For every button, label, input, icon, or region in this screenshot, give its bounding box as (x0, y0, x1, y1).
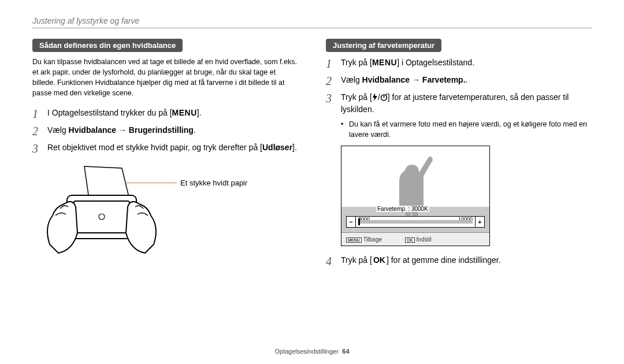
left-step-2: 2 Vælg Hvidbalance → Brugerindstilling. (32, 124, 298, 138)
set-hint: OKIndstil (405, 236, 432, 243)
step-number: 4 (326, 254, 341, 268)
camera-screen-footer: MENUTilbage OKIndstil (341, 233, 489, 246)
step-number: 3 (326, 91, 341, 105)
hands-holding-camera-icon (32, 164, 171, 262)
illustration-hands-camera: Et stykke hvidt papir (32, 164, 298, 268)
left-step-3: 3 Ret objektivet mod et stykke hvidt pap… (32, 142, 298, 155)
left-column: Sådan defineres din egen hvidbalance Du … (32, 39, 298, 272)
timer-icon (380, 91, 388, 103)
menu-tag: MENU (346, 237, 362, 243)
camera-screen-image-area: Farvetemp. : 3000K − 3000 10000 + (341, 146, 489, 233)
back-hint: MENUTilbage (346, 236, 382, 243)
colortemp-slider: − 3000 10000 + (346, 216, 485, 228)
svg-rect-2 (74, 201, 129, 233)
left-intro: Du kan tilpasse hvidbalancen ved at tage… (32, 57, 298, 99)
step-text: Vælg Hvidbalance → Brugerindstilling. (47, 124, 298, 136)
step-number: 1 (326, 57, 341, 70)
right-steps-cont: 4 Tryk på [OK] for at gemme dine indstil… (326, 254, 592, 268)
step-number: 2 (32, 124, 47, 138)
slider-plus: + (475, 217, 484, 227)
step-number: 3 (32, 142, 47, 155)
callout-label: Et stykke hvidt papir (180, 179, 247, 187)
ok-button-label: OK (372, 254, 387, 266)
right-step-3: 3 Tryk på [/] for at justere farvetemper… (326, 91, 592, 116)
slider-track: 3000 10000 (356, 217, 475, 227)
left-heading-pill: Sådan defineres din egen hvidbalance (32, 39, 183, 52)
step-number: 1 (32, 107, 47, 121)
left-step-1: 1 I Optagelsestilstand trykker du på [ME… (32, 107, 298, 121)
header-rule (32, 28, 592, 28)
slider-minus: − (347, 217, 356, 227)
page-header: Justering af lysstyrke og farve (32, 16, 592, 25)
right-step-3-bullet: • Du kan få et varmere foto med en højer… (341, 119, 592, 140)
step-text: Ret objektivet mod et stykke hvidt papir… (47, 142, 298, 154)
step-text: Tryk på [MENU] i Optagelsestilstand. (341, 57, 592, 69)
right-step-1: 1 Tryk på [MENU] i Optagelsestilstand. (326, 57, 592, 70)
right-heading-pill: Justering af farvetemperatur (326, 39, 441, 52)
callout-leader-line (125, 183, 177, 183)
step-number: 2 (326, 74, 341, 88)
right-steps: 1 Tryk på [MENU] i Optagelsestilstand. 2… (326, 57, 592, 116)
left-steps: 1 I Optagelsestilstand trykker du på [ME… (32, 107, 298, 155)
page-footer: Optagelsesindstillinger 64 (0, 348, 624, 355)
page-number: 64 (342, 348, 349, 355)
right-step-2: 2 Vælg Hvidbalance → Farvetemp.. (326, 74, 592, 88)
right-step-4: 4 Tryk på [OK] for at gemme dine indstil… (326, 254, 592, 268)
step-text: Vælg Hvidbalance → Farvetemp.. (341, 74, 592, 86)
step-text: I Optagelsestilstand trykker du på [MENU… (47, 107, 298, 119)
svg-marker-4 (373, 93, 377, 101)
step-text: Tryk på [OK] for at gemme dine indstilli… (341, 254, 592, 266)
footer-section: Optagelsesindstillinger (274, 348, 339, 355)
ok-tag: OK (405, 237, 415, 243)
flash-icon (372, 91, 378, 103)
step-text: Tryk på [/] for at justere farvetemperat… (341, 91, 592, 116)
content-columns: Sådan defineres din egen hvidbalance Du … (32, 39, 592, 272)
bullet-dot: • (341, 119, 349, 140)
camera-screen-preview: Farvetemp. : 3000K − 3000 10000 + MENUTi… (341, 146, 490, 246)
right-column: Justering af farvetemperatur 1 Tryk på [… (326, 39, 592, 272)
menu-button-label: MENU (372, 57, 397, 69)
slider-bar (358, 220, 473, 224)
menu-button-label: MENU (172, 107, 197, 119)
colortemp-readout: Farvetemp. : 3000K (376, 206, 429, 212)
slider-handle (358, 218, 360, 225)
